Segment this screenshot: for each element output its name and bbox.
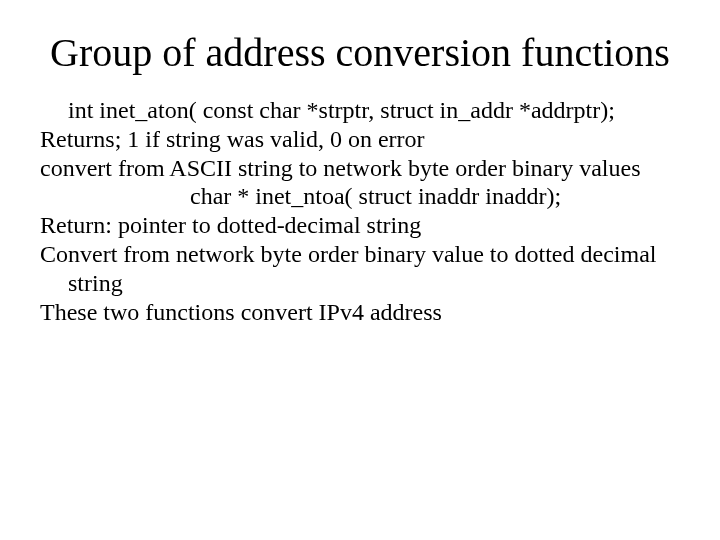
slide: Group of address conversion functions in…: [0, 0, 720, 540]
fn2-return: Return: pointer to dotted-decimal string: [40, 211, 680, 240]
fn2-description: Convert from network byte order binary v…: [40, 240, 680, 298]
fn1-signature: int inet_aton( const char *strptr, struc…: [68, 96, 680, 125]
fn2-signature: char * inet_ntoa( struct inaddr inaddr);: [190, 182, 680, 211]
fn1-return: Returns; 1 if string was valid, 0 on err…: [40, 125, 680, 154]
fn1-description: convert from ASCII string to network byt…: [40, 154, 680, 183]
footer-note: These two functions convert IPv4 address: [40, 298, 680, 327]
slide-body: int inet_aton( const char *strptr, struc…: [40, 96, 680, 326]
slide-title: Group of address conversion functions: [40, 30, 680, 76]
